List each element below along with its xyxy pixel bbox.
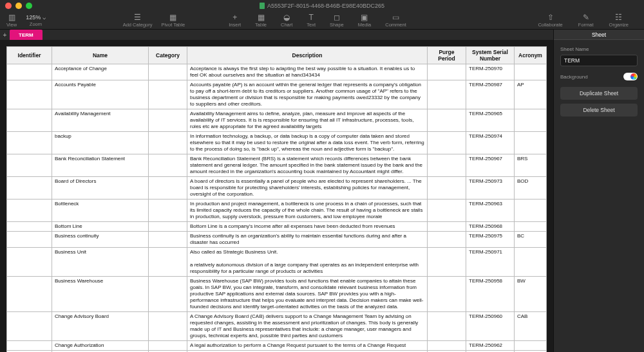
cell-identifier[interactable] <box>7 199 52 222</box>
format-button[interactable]: ✎Format <box>578 14 594 28</box>
cell-name[interactable]: Business Unit <box>52 248 149 277</box>
cell-acronym[interactable] <box>515 341 547 351</box>
cell-purge[interactable] <box>428 80 466 109</box>
comment-button[interactable]: ▭Comment <box>385 14 406 28</box>
cell-description[interactable]: Bottom Line is a company's income after … <box>187 222 428 232</box>
cell-acronym[interactable] <box>515 132 547 154</box>
cell-serial[interactable]: TERM-250960 <box>466 312 515 341</box>
cell-name[interactable]: Bottleneck <box>52 199 149 222</box>
cell-description[interactable]: Also called as Strategic Business Unit.a… <box>187 248 428 277</box>
cell-acronym[interactable] <box>515 199 547 222</box>
cell-description[interactable]: Accounts payable (AP) is an account with… <box>187 80 428 109</box>
pivot-table-button[interactable]: ▦ Pivot Table <box>162 14 185 28</box>
cell-identifier[interactable] <box>7 154 52 177</box>
zoom-control[interactable]: 125% ⌵ Zoom <box>26 14 46 27</box>
cell-category[interactable] <box>149 177 187 199</box>
cell-acronym[interactable]: BOD <box>515 177 547 199</box>
col-header-description[interactable]: Description <box>187 47 428 64</box>
cell-purge[interactable] <box>428 312 466 341</box>
cell-category[interactable] <box>149 312 187 341</box>
cell-acronym[interactable]: BC <box>515 232 547 248</box>
table-row[interactable]: Business WarehouseBusiness Warehouse (SA… <box>7 277 547 312</box>
col-header-serial[interactable]: System Serial Number <box>466 47 515 64</box>
background-toggle[interactable] <box>623 73 638 80</box>
cell-acronym[interactable]: AP <box>515 80 547 109</box>
table-row[interactable]: Bottom LineBottom Line is a company's in… <box>7 222 547 232</box>
cell-category[interactable] <box>149 232 187 248</box>
cell-acronym[interactable]: CAB <box>515 312 547 341</box>
sheet-tab-term[interactable]: TERM <box>10 30 43 40</box>
cell-identifier[interactable] <box>7 341 52 351</box>
cell-name[interactable]: Business Warehouse <box>52 277 149 312</box>
cell-description[interactable]: Business continuity is an organization's… <box>187 232 428 248</box>
cell-purge[interactable] <box>428 177 466 199</box>
cell-serial[interactable]: TERM-250973 <box>466 177 515 199</box>
cell-name[interactable]: Change Authorization <box>52 341 149 351</box>
cell-purge[interactable] <box>428 154 466 177</box>
table-row[interactable]: backupIn information technology, a backu… <box>7 132 547 154</box>
table-row[interactable]: Business continuityBusiness continuity i… <box>7 232 547 248</box>
table-row[interactable]: Business UnitAlso called as Strategic Bu… <box>7 248 547 277</box>
inspector-tab-sheet[interactable]: Sheet <box>554 30 644 40</box>
cell-description[interactable]: Business Warehouse (SAP BW) provides too… <box>187 277 428 312</box>
cell-name[interactable]: Business continuity <box>52 232 149 248</box>
cell-name[interactable]: Bank Reconciliation Statement <box>52 154 149 177</box>
table-scroll-area[interactable]: Identifier Name Category Description Pur… <box>0 40 553 352</box>
col-header-name[interactable]: Name <box>52 47 149 64</box>
cell-purge[interactable] <box>428 64 466 80</box>
shape-button[interactable]: ◻Shape <box>330 14 344 28</box>
cell-purge[interactable] <box>428 199 466 222</box>
cell-name[interactable]: Accounts Payable <box>52 80 149 109</box>
cell-acronym[interactable] <box>515 109 547 132</box>
cell-category[interactable] <box>149 64 187 80</box>
cell-serial[interactable]: TERM-250962 <box>466 341 515 351</box>
cell-description[interactable]: Bank Reconciliation Statement (BRS) is a… <box>187 154 428 177</box>
cell-serial[interactable]: TERM-250975 <box>466 232 515 248</box>
cell-identifier[interactable] <box>7 232 52 248</box>
cell-category[interactable] <box>149 277 187 312</box>
cell-identifier[interactable] <box>7 80 52 109</box>
media-button[interactable]: ▣Media <box>358 14 371 28</box>
cell-category[interactable] <box>149 109 187 132</box>
table-row[interactable]: Bank Reconciliation StatementBank Reconc… <box>7 154 547 177</box>
cell-serial[interactable]: TERM-250987 <box>466 80 515 109</box>
cell-serial[interactable]: TERM-250967 <box>466 154 515 177</box>
minimize-window-button[interactable] <box>15 3 22 9</box>
cell-acronym[interactable] <box>515 64 547 80</box>
cell-serial[interactable]: TERM-250971 <box>466 248 515 277</box>
cell-identifier[interactable] <box>7 312 52 341</box>
col-header-acronym[interactable]: Acronym <box>515 47 547 64</box>
cell-description[interactable]: Acceptance is always the first step to a… <box>187 64 428 80</box>
cell-purge[interactable] <box>428 222 466 232</box>
view-button[interactable]: ▥ View <box>6 14 17 28</box>
col-header-category[interactable]: Category <box>149 47 187 64</box>
cell-description[interactable]: A board of directors is essentially a pa… <box>187 177 428 199</box>
cell-description[interactable]: In information technology, a backup, or … <box>187 132 428 154</box>
table-row[interactable]: Acceptance of ChangeAcceptance is always… <box>7 64 547 80</box>
cell-category[interactable] <box>149 248 187 277</box>
add-sheet-button[interactable]: + <box>0 30 10 40</box>
table-row[interactable]: Accounts PayableAccounts payable (AP) is… <box>7 80 547 109</box>
cell-purge[interactable] <box>428 232 466 248</box>
cell-purge[interactable] <box>428 341 466 351</box>
cell-purge[interactable] <box>428 277 466 312</box>
cell-description[interactable]: A Change Advisory Board (CAB) delivers s… <box>187 312 428 341</box>
cell-identifier[interactable] <box>7 248 52 277</box>
cell-serial[interactable]: TERM-250974 <box>466 132 515 154</box>
cell-purge[interactable] <box>428 248 466 277</box>
cell-acronym[interactable]: BRS <box>515 154 547 177</box>
text-button[interactable]: TText <box>307 14 316 28</box>
cell-category[interactable] <box>149 199 187 222</box>
cell-name[interactable]: Availability Management <box>52 109 149 132</box>
collaborate-button[interactable]: ⇧Collaborate <box>538 14 562 28</box>
maximize-window-button[interactable] <box>26 3 32 9</box>
cell-identifier[interactable] <box>7 64 52 80</box>
col-header-identifier[interactable]: Identifier <box>7 47 52 64</box>
table-row[interactable]: Change Advisory BoardA Change Advisory B… <box>7 312 547 341</box>
cell-acronym[interactable] <box>515 222 547 232</box>
table-row[interactable]: Availability ManagementAvailability Mana… <box>7 109 547 132</box>
cell-name[interactable]: Board of Directors <box>52 177 149 199</box>
cell-category[interactable] <box>149 154 187 177</box>
cell-identifier[interactable] <box>7 132 52 154</box>
close-window-button[interactable] <box>5 3 12 9</box>
